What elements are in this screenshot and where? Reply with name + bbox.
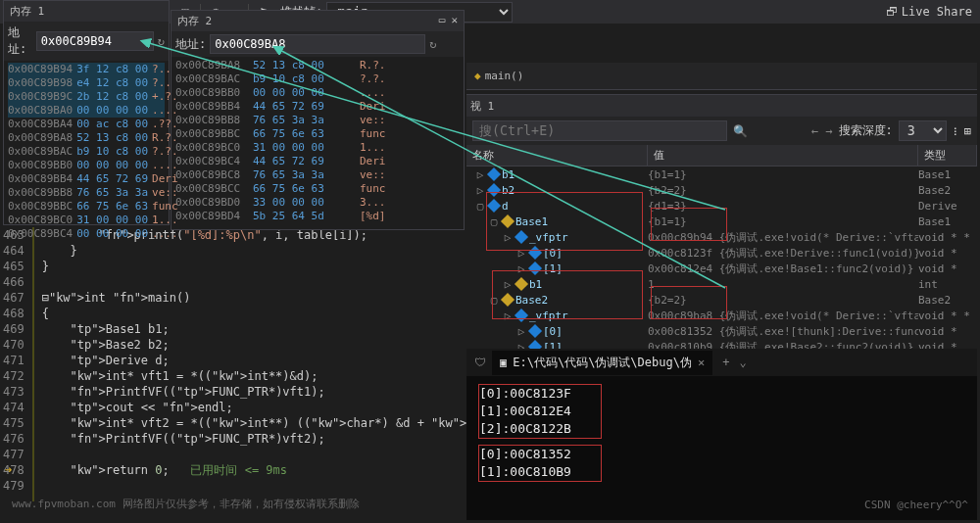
memory-row: 0x00C89BACb9 10 c8 00?.?. [175,72,460,86]
liveshare-icon: 🗗 [886,5,898,19]
memory-row: 0x00C89B9C2b 12 c8 00+.?. [8,90,165,104]
memory1-title: 内存 1 [10,4,44,19]
memory-row: 0x00C89BC400 00 00 00.... [8,227,165,241]
memory-row: 0x00C89BB444 65 72 69Deri [175,100,460,114]
col-value: 值 [648,145,918,166]
watch-row[interactable]: ▷b1{b1=1}Base1 [466,166,977,182]
memory-row: 0x00C89B98e4 12 c8 00?.. [8,76,165,90]
search-depth-label: 搜索深度: [839,122,893,139]
close-icon[interactable]: ✕ [451,14,458,26]
memory-row: 0x00C89BB000 00 00 00.... [8,159,165,172]
memory2-title: 内存 2 [177,14,212,28]
filter-icon[interactable]: ⫶ [953,124,958,138]
memory-row: 0x00C89BB444 65 72 69Deri [8,172,165,186]
chevron-down-icon[interactable]: ⌄ [739,356,746,369]
memory1-addr-input[interactable] [36,31,154,51]
watermark-left: www.fpvmoban.com 网络图片仅供参考，非存储，如有侵权请联系删除 [12,497,360,511]
memory-row: 0x00C89BA852 13 c8 00R.?. [175,59,460,72]
memory-panel-1: 内存 1 地址: ↻ 0x00C89B943f 12 c8 00?..0x00C… [3,0,170,225]
add-tab-icon[interactable]: + [722,356,729,369]
memory-row: 0x00C89BBC66 75 6e 63func [175,127,460,141]
memory1-addr-label: 地址: [8,24,32,58]
view-icon[interactable]: ⊞ [964,124,971,138]
shield-icon: 🛡 [474,356,486,369]
window-icon[interactable]: ▭ [439,14,446,26]
memory-row: 0x00C89BC031 00 00 001... [8,214,165,227]
memory-row: 0x00C89BC444 65 72 69Deri [175,155,460,168]
memory-row: 0x00C89BBC66 75 6e 63func [8,200,165,214]
memory-row: 0x00C89BD45b 25 64 5d[%d] [175,210,460,223]
watch-tab[interactable]: 视 1 [470,99,494,114]
highlight-box [651,208,727,241]
refresh-icon[interactable]: ↻ [158,34,165,48]
memory-row: 0x00C89BC031 00 00 001... [175,141,460,155]
memory-row: 0x00C89BA000 00 00 00.... [8,104,165,118]
watermark-right: CSDN @cheery^^O^ [864,499,968,511]
memory-row: 0x00C89BB876 65 3a 3ave:: [8,186,165,200]
memory-panel-2: 内存 2 ▭✕ 地址: ↻ 0x00C89BA852 13 c8 00R.?.0… [171,10,465,230]
close-icon[interactable]: ✕ [698,356,705,369]
memory-row: 0x00C89B943f 12 c8 00?.. [8,63,165,76]
memory2-addr-label: 地址: [175,36,206,53]
memory-row: 0x00C89BD033 00 00 003... [175,196,460,210]
highlight-box [651,286,727,319]
callstack-crumb: ◆ main() [466,63,977,90]
memory-row: 0x00C89BA400 ac c8 00.??. [8,118,165,131]
memory-row: 0x00C89BB876 65 3a 3ave:: [175,114,460,127]
terminal-tab[interactable]: ▣ E:\代码\代码\伪调试\Debug\伪 ✕ [492,351,712,375]
watch-row[interactable]: ▷[0]0x00c81352 {伪调试.exe![thunk]:Derive::… [466,323,977,339]
search-icon[interactable]: 🔍 [733,124,748,138]
memory-row: 0x00C89BA852 13 c8 00R.?. [8,131,165,145]
search-depth-select[interactable]: 3 [899,120,947,141]
memory-row: 0x00C89BB000 00 00 00.... [175,86,460,100]
terminal-panel: 🛡 ▣ E:\代码\代码\伪调试\Debug\伪 ✕ + ⌄ [0]:00C81… [466,349,977,520]
highlight-box [486,192,643,251]
refresh-icon[interactable]: ↻ [429,37,436,51]
callstack-item[interactable]: ◆ main() [466,66,531,86]
terminal-output[interactable]: [0]:00C8123F[1]:00C812E4[2]:00C8122B [0]… [466,376,977,496]
watch-search-input[interactable] [472,120,727,141]
code-editor: 4634644654664674684694704714724734744754… [3,227,462,501]
highlight-box [492,270,643,319]
memory-row: 0x00C89BC876 65 3a 3ave:: [175,168,460,182]
memory-row: 0x00C89BACb9 10 c8 00?.?. [8,145,165,159]
arrow-right-icon: ◆ [474,70,481,82]
watch-columns: 名称 值 类型 [466,145,977,166]
memory-row: 0x00C89BCC66 75 6e 63func [175,182,460,196]
col-name: 名称 [466,145,648,166]
terminal-icon: ▣ [500,356,507,369]
memory2-addr-input[interactable] [210,34,425,54]
liveshare-button[interactable]: 🗗 Live Share [886,5,972,19]
col-type: 类型 [918,145,977,166]
